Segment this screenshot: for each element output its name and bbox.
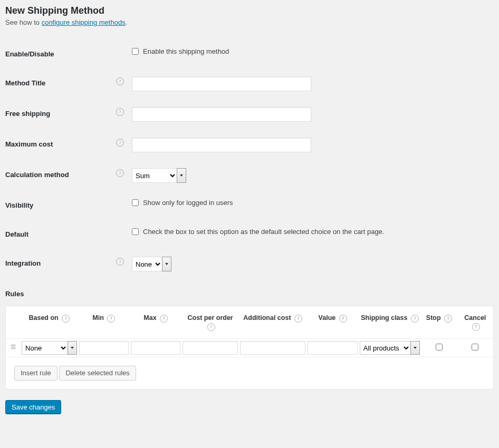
enable-label: Enable/Disable (5, 40, 116, 69)
help-icon[interactable]: ? (116, 108, 124, 116)
additional-cost-input[interactable] (240, 341, 306, 355)
method-title-label: Method Title (5, 69, 116, 99)
cost-per-order-input[interactable] (183, 341, 237, 355)
shipping-class-select[interactable]: All products (360, 341, 411, 355)
free-shipping-input[interactable] (132, 107, 311, 122)
col-min: Min ? (78, 306, 130, 339)
maximum-cost-label: Maximum cost (5, 130, 116, 160)
integration-select[interactable]: None (132, 257, 162, 271)
visibility-checkbox[interactable] (132, 199, 139, 206)
chevron-down-icon[interactable] (410, 341, 420, 355)
col-based-on: Based on ? (21, 306, 78, 339)
help-icon[interactable]: ? (339, 315, 347, 323)
enable-checkbox[interactable] (132, 48, 139, 55)
subheader: See how to configure shipping methods. (5, 18, 494, 26)
col-max: Max ? (130, 306, 181, 339)
value-input[interactable] (308, 341, 357, 355)
help-icon[interactable]: ? (107, 315, 115, 323)
visibility-checkbox-label[interactable]: Show only for logged in users (132, 199, 233, 207)
cancel-checkbox[interactable] (472, 344, 478, 350)
col-shipping-class: Shipping class ? (359, 306, 421, 339)
configure-link[interactable]: configure shipping methods (42, 18, 126, 26)
rules-table: Based on ? Min ? Max ? Cost per order ? … (6, 306, 493, 357)
col-stop: Stop ? (421, 306, 457, 339)
help-icon[interactable]: ? (116, 169, 124, 177)
help-icon[interactable]: ? (207, 323, 215, 331)
visibility-label: Visibility (5, 191, 116, 220)
col-cancel: Cancel ? (457, 306, 493, 339)
integration-label: Integration (5, 249, 116, 279)
default-label: Default (5, 220, 116, 249)
insert-rule-button[interactable]: Insert rule (14, 366, 57, 381)
chevron-down-icon[interactable] (177, 168, 186, 183)
help-icon[interactable]: ? (62, 315, 70, 323)
help-icon[interactable]: ? (116, 77, 124, 85)
drag-handle-icon[interactable] (9, 345, 17, 349)
based-on-select[interactable]: None (22, 341, 67, 355)
help-icon[interactable]: ? (116, 139, 124, 147)
save-button[interactable]: Save changes (5, 400, 61, 415)
chevron-down-icon[interactable] (68, 341, 77, 355)
help-icon[interactable]: ? (411, 315, 419, 323)
help-icon[interactable]: ? (116, 258, 124, 266)
delete-rules-button[interactable]: Delete selected rules (59, 366, 136, 381)
col-cost-per-order: Cost per order ? (181, 306, 238, 339)
col-additional-cost: Additional cost ? (239, 306, 307, 339)
rules-box: Based on ? Min ? Max ? Cost per order ? … (5, 306, 494, 389)
maximum-cost-input[interactable] (132, 138, 311, 152)
enable-checkbox-label[interactable]: Enable this shipping method (132, 47, 229, 55)
page-title: New Shipping Method (5, 5, 494, 16)
rule-row: None All products (6, 339, 493, 357)
default-checkbox-label[interactable]: Check the box to set this option as the … (132, 228, 384, 236)
default-checkbox[interactable] (132, 228, 139, 235)
help-icon[interactable]: ? (294, 315, 302, 323)
help-icon[interactable]: ? (160, 315, 168, 323)
method-title-input[interactable] (132, 76, 311, 91)
calc-method-select[interactable]: Sum (132, 168, 177, 183)
free-shipping-label: Free shipping (5, 99, 116, 130)
settings-form: Enable/Disable Enable this shipping meth… (5, 40, 494, 279)
calc-method-label: Calculation method (5, 160, 116, 191)
chevron-down-icon[interactable] (162, 257, 171, 271)
help-icon[interactable]: ? (444, 315, 452, 323)
stop-checkbox[interactable] (436, 344, 443, 350)
help-icon[interactable]: ? (472, 323, 480, 331)
max-input[interactable] (131, 341, 180, 355)
min-input[interactable] (79, 341, 129, 355)
rules-heading: Rules (5, 290, 494, 298)
col-value: Value ? (306, 306, 358, 339)
